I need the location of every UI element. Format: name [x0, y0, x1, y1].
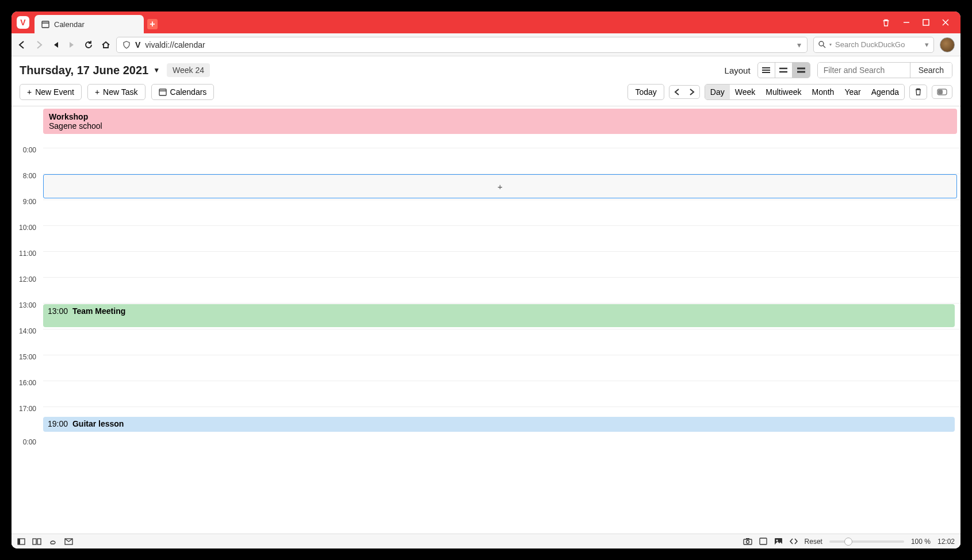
- tab-title: Calendar: [54, 20, 85, 29]
- toggle-panel-button[interactable]: [932, 85, 952, 99]
- image-toggle-icon[interactable]: [774, 538, 783, 545]
- address-bar[interactable]: V vivaldi://calendar ▾: [116, 37, 808, 53]
- view-day[interactable]: Day: [705, 85, 730, 99]
- svg-point-6: [819, 41, 824, 46]
- site-v-icon: V: [135, 40, 140, 49]
- trash-icon[interactable]: [882, 18, 890, 27]
- time-label: 14:00: [19, 327, 36, 335]
- mail-icon[interactable]: [64, 538, 73, 545]
- svg-rect-20: [18, 539, 20, 544]
- today-button[interactable]: Today: [627, 84, 664, 100]
- capture-icon[interactable]: [743, 538, 752, 545]
- search-dropdown-icon[interactable]: ▾: [925, 40, 929, 49]
- delete-button[interactable]: [909, 85, 927, 99]
- svg-point-29: [776, 540, 778, 542]
- new-event-slot[interactable]: +: [43, 174, 957, 198]
- browser-tab[interactable]: Calendar: [35, 15, 144, 33]
- layout-density-group: [757, 62, 810, 78]
- density-compact-button[interactable]: [758, 63, 775, 78]
- app-icon[interactable]: [12, 11, 35, 33]
- navigation-toolbar: V vivaldi://calendar ▾ ▾ Search DuckDuck…: [12, 33, 960, 56]
- event-title: Guitar lesson: [72, 419, 124, 428]
- new-event-button[interactable]: +New Event: [20, 84, 82, 100]
- close-button[interactable]: [942, 19, 949, 26]
- view-multiweek[interactable]: Multiweek: [760, 85, 806, 99]
- home-button[interactable]: [101, 40, 110, 49]
- view-week[interactable]: Week: [730, 85, 761, 99]
- event-guitar-lesson[interactable]: 19:00 Guitar lesson: [43, 417, 955, 432]
- calendar-toolbar: +New Event +New Task Calendars Today Day…: [12, 82, 960, 106]
- calendars-button[interactable]: Calendars: [151, 84, 215, 100]
- profile-avatar[interactable]: [940, 37, 955, 52]
- back-button[interactable]: [17, 40, 26, 49]
- tiling-icon[interactable]: [32, 538, 41, 546]
- allday-event[interactable]: Workshop Sagene school: [43, 109, 957, 134]
- filter-search-box: Search: [817, 62, 952, 78]
- event-time: 13:00: [48, 306, 68, 316]
- svg-rect-24: [744, 539, 752, 544]
- svg-rect-26: [746, 538, 749, 539]
- devtools-icon[interactable]: [790, 538, 798, 545]
- time-label: 12:00: [19, 275, 36, 283]
- minimize-button[interactable]: [903, 19, 910, 26]
- time-label: 8:00: [23, 172, 36, 180]
- calendar-grid-icon: [41, 20, 49, 28]
- date-title[interactable]: Thursday, 17 June 2021 ▼: [20, 64, 160, 77]
- view-switcher: Day Week Multiweek Month Year Agenda: [705, 84, 905, 100]
- calendar-view: 0:00 8:00 9:00 10:00 11:00 12:00 13:00 1…: [12, 106, 960, 534]
- svg-rect-3: [923, 20, 929, 25]
- event-time: 19:00: [48, 419, 68, 428]
- filter-search-button[interactable]: Search: [910, 63, 952, 78]
- event-title: Team Meeting: [72, 306, 125, 316]
- page-actions-icon[interactable]: [759, 538, 767, 545]
- density-full-button[interactable]: [793, 63, 810, 78]
- view-year[interactable]: Year: [839, 85, 866, 99]
- plus-icon: +: [95, 87, 100, 97]
- filter-input[interactable]: [818, 63, 910, 78]
- day-column: Workshop Sagene school +: [43, 106, 960, 534]
- time-label: 13:00: [19, 301, 36, 309]
- time-label: 10:00: [19, 224, 36, 232]
- time-grid[interactable]: + 13:00 Team Meeting 19:00 Guitar lesson: [43, 136, 960, 447]
- view-agenda[interactable]: Agenda: [866, 85, 904, 99]
- reload-button[interactable]: [84, 40, 93, 49]
- zoom-slider[interactable]: [829, 540, 904, 543]
- clock: 12:02: [937, 538, 955, 546]
- forward-button[interactable]: [35, 40, 44, 49]
- time-label: 9:00: [23, 198, 36, 206]
- zoom-level: 100 %: [911, 538, 931, 546]
- sync-icon[interactable]: [48, 538, 58, 545]
- zoom-reset-button[interactable]: Reset: [805, 538, 822, 546]
- next-button[interactable]: [684, 86, 699, 98]
- time-label: 0:00: [23, 146, 36, 154]
- svg-rect-27: [760, 538, 767, 544]
- density-medium-button[interactable]: [775, 63, 793, 78]
- maximize-button[interactable]: [923, 19, 929, 26]
- allday-title: Workshop: [49, 112, 951, 121]
- search-placeholder: Search DuckDuckGo: [835, 40, 905, 49]
- layout-label: Layout: [725, 66, 751, 75]
- address-dropdown-icon[interactable]: ▾: [797, 40, 801, 49]
- prev-button[interactable]: [669, 86, 684, 98]
- title-bar: Calendar +: [12, 11, 960, 33]
- nav-arrow-group: [669, 85, 700, 99]
- new-tab-area: +: [144, 15, 161, 33]
- new-task-button[interactable]: +New Task: [87, 84, 146, 100]
- search-engine-box[interactable]: ▾ Search DuckDuckGo ▾: [813, 37, 934, 53]
- svg-rect-15: [159, 89, 166, 95]
- svg-rect-21: [33, 539, 36, 544]
- svg-rect-18: [938, 90, 943, 94]
- svg-rect-0: [42, 21, 49, 28]
- time-label: 17:00: [19, 405, 36, 413]
- vivaldi-logo-icon: [17, 16, 29, 29]
- view-month[interactable]: Month: [807, 85, 840, 99]
- rewind-button[interactable]: [52, 41, 60, 49]
- time-label: 15:00: [19, 353, 36, 361]
- panel-toggle-icon[interactable]: [17, 538, 25, 546]
- url-text: vivaldi://calendar: [145, 40, 205, 49]
- plus-icon: +: [27, 87, 32, 97]
- week-badge: Week 24: [167, 63, 210, 77]
- new-tab-button[interactable]: +: [147, 19, 158, 29]
- fast-forward-button[interactable]: [68, 41, 76, 49]
- event-team-meeting[interactable]: 13:00 Team Meeting: [43, 304, 955, 327]
